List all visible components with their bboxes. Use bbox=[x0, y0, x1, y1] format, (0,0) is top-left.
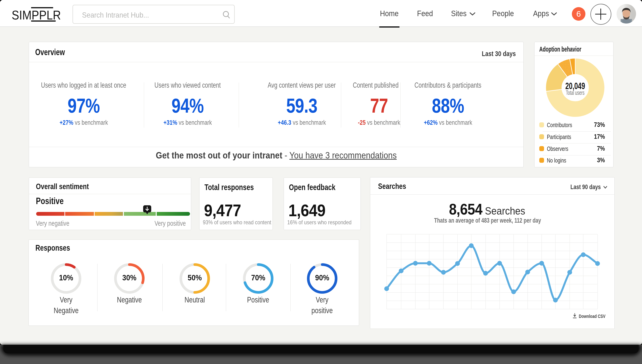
svg-text:Total users: Total users bbox=[566, 89, 584, 96]
